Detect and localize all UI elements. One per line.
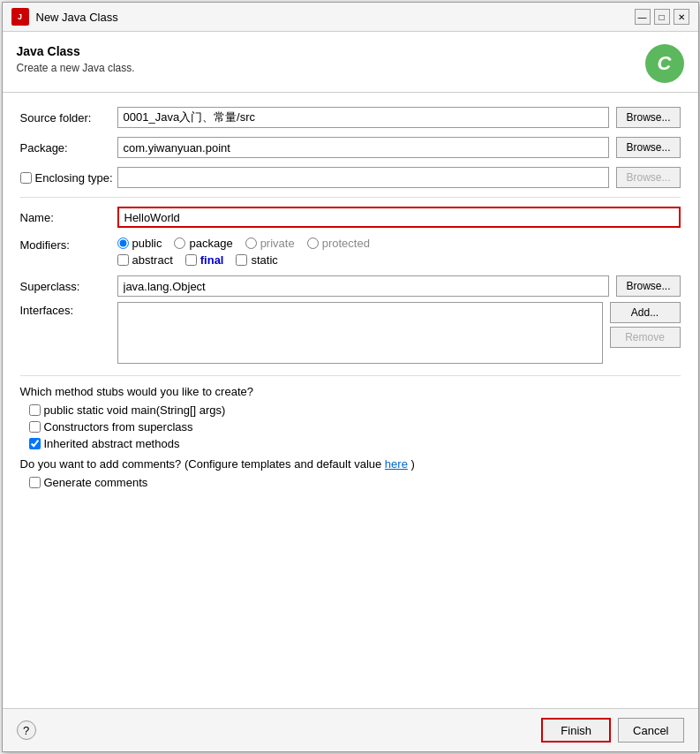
- modifier-private-option[interactable]: private: [245, 237, 295, 250]
- enclosing-type-label: Enclosing type:: [20, 171, 117, 185]
- enclosing-type-input[interactable]: [117, 167, 610, 188]
- stub-constructors-label: Constructors from superclass: [44, 420, 193, 434]
- form-area: Source folder: Browse... Package: Browse…: [3, 93, 698, 708]
- source-folder-input[interactable]: [117, 107, 610, 128]
- modifiers-section: Modifiers: public package private: [20, 237, 681, 267]
- maximize-button[interactable]: □: [654, 9, 670, 25]
- modifier-static-label: static: [251, 253, 277, 267]
- modifiers-radio-row: public package private protected: [117, 237, 370, 250]
- generate-comments-option[interactable]: Generate comments: [29, 476, 681, 489]
- modifier-abstract-label: abstract: [132, 253, 173, 267]
- stubs-section: Which method stubs would you like to cre…: [20, 385, 681, 450]
- separator-1: [20, 197, 681, 198]
- source-folder-browse-button[interactable]: Browse...: [616, 107, 680, 128]
- title-bar-left: J New Java Class: [11, 8, 118, 26]
- stub-inherited-option[interactable]: Inherited abstract methods: [29, 437, 681, 450]
- comments-question: Do you want to add comments? (Configure …: [20, 457, 681, 471]
- modifier-private-radio[interactable]: [245, 238, 257, 249]
- stub-constructors-row: Constructors from superclass: [29, 420, 681, 434]
- interfaces-input-area: [117, 302, 603, 366]
- modifier-protected-option[interactable]: protected: [307, 237, 370, 250]
- interfaces-remove-button[interactable]: Remove: [610, 327, 681, 348]
- generate-comments-row: Generate comments: [20, 476, 681, 489]
- enclosing-type-browse-button[interactable]: Browse...: [616, 167, 680, 188]
- modifier-protected-radio[interactable]: [307, 238, 319, 249]
- modifier-private-label: private: [260, 237, 295, 250]
- modifier-static-checkbox[interactable]: [236, 254, 247, 266]
- interfaces-label: Interfaces:: [20, 302, 117, 317]
- stub-inherited-checkbox[interactable]: [29, 438, 41, 449]
- title-bar-buttons: — □ ✕: [635, 9, 689, 25]
- package-row: Package: Browse...: [20, 137, 681, 158]
- name-input[interactable]: [117, 207, 681, 228]
- superclass-label: Superclass:: [20, 280, 117, 293]
- interfaces-textarea[interactable]: [117, 302, 603, 364]
- package-input[interactable]: [117, 137, 610, 158]
- modifier-abstract-checkbox[interactable]: [117, 254, 129, 266]
- enclosing-type-checkbox[interactable]: [20, 172, 32, 184]
- stub-main-checkbox[interactable]: [29, 404, 41, 416]
- cancel-button[interactable]: Cancel: [618, 718, 683, 743]
- bottom-buttons: ? Finish Cancel: [3, 708, 698, 751]
- generate-comments-label: Generate comments: [44, 476, 148, 489]
- interfaces-row: Interfaces: Add... Remove: [20, 302, 681, 366]
- header-subtitle: Create a new Java class.: [17, 62, 135, 74]
- stubs-options: public static void main(String[] args) C…: [20, 403, 681, 450]
- enclosing-type-row: Enclosing type: Browse...: [20, 167, 681, 188]
- modifier-final-option[interactable]: final: [185, 253, 224, 267]
- superclass-row: Superclass: Browse...: [20, 275, 681, 297]
- modifier-static-option[interactable]: static: [236, 253, 277, 267]
- new-java-class-dialog: J New Java Class — □ ✕ Java Class Create…: [2, 2, 699, 752]
- stub-constructors-option[interactable]: Constructors from superclass: [29, 420, 681, 434]
- stub-main-row: public static void main(String[] args): [29, 403, 681, 417]
- action-buttons: Finish Cancel: [541, 718, 683, 743]
- modifier-final-label: final: [200, 253, 224, 267]
- separator-2: [20, 375, 681, 376]
- stub-main-label: public static void main(String[] args): [44, 403, 226, 417]
- header-text: Java Class Create a new Java class.: [17, 44, 135, 74]
- modifiers-content: public package private protected: [117, 237, 370, 267]
- modifier-public-radio[interactable]: [117, 238, 129, 249]
- close-button[interactable]: ✕: [674, 9, 689, 25]
- clojure-icon: C: [645, 44, 684, 83]
- superclass-input[interactable]: [117, 275, 610, 297]
- modifier-protected-label: protected: [322, 237, 370, 250]
- source-folder-row: Source folder: Browse...: [20, 107, 681, 128]
- comments-here-link[interactable]: here: [385, 457, 408, 471]
- modifier-abstract-option[interactable]: abstract: [117, 253, 173, 267]
- title-bar: J New Java Class — □ ✕: [3, 3, 698, 32]
- package-browse-button[interactable]: Browse...: [616, 137, 680, 158]
- modifier-package-option[interactable]: package: [174, 237, 232, 250]
- dialog-title: New Java Class: [36, 11, 118, 24]
- modifier-package-radio[interactable]: [174, 238, 185, 249]
- header-section: Java Class Create a new Java class. C: [3, 32, 698, 93]
- modifier-package-label: package: [189, 237, 232, 250]
- interfaces-add-button[interactable]: Add...: [610, 302, 681, 323]
- stub-main-option[interactable]: public static void main(String[] args): [29, 403, 681, 417]
- modifiers-checkbox-row: abstract final static: [117, 253, 370, 267]
- source-folder-label: Source folder:: [20, 111, 117, 124]
- help-button[interactable]: ?: [17, 720, 36, 740]
- comments-section: Do you want to add comments? (Configure …: [20, 457, 681, 489]
- name-row: Name:: [20, 207, 681, 228]
- header-title: Java Class: [17, 44, 135, 58]
- interfaces-buttons: Add... Remove: [610, 302, 681, 348]
- stub-inherited-label: Inherited abstract methods: [44, 437, 180, 450]
- stub-constructors-checkbox[interactable]: [29, 421, 41, 433]
- superclass-browse-button[interactable]: Browse...: [616, 275, 680, 297]
- name-label: Name:: [20, 211, 117, 224]
- stubs-question: Which method stubs would you like to cre…: [20, 385, 681, 398]
- generate-comments-checkbox[interactable]: [29, 477, 41, 488]
- stub-inherited-row: Inherited abstract methods: [29, 437, 681, 450]
- modifier-public-option[interactable]: public: [117, 237, 162, 250]
- modifier-public-label: public: [132, 237, 162, 250]
- minimize-button[interactable]: —: [635, 9, 651, 25]
- modifier-final-checkbox[interactable]: [185, 254, 197, 266]
- modifiers-label: Modifiers:: [20, 237, 117, 252]
- java-icon: J: [11, 8, 29, 26]
- finish-button[interactable]: Finish: [541, 718, 611, 743]
- package-label: Package:: [20, 141, 117, 155]
